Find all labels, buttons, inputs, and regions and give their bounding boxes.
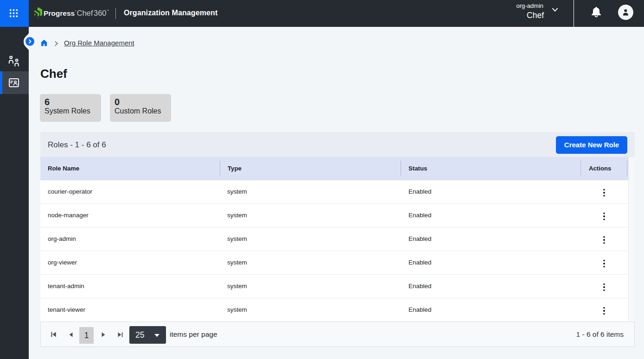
svg-text:Progress: Progress: [44, 9, 75, 17]
svg-text:360: 360: [94, 9, 107, 17]
svg-text:Chef: Chef: [77, 9, 93, 17]
